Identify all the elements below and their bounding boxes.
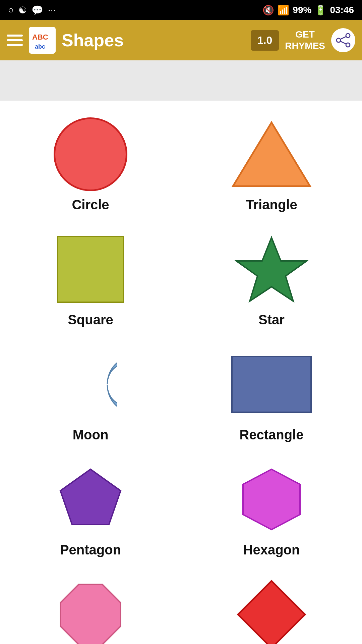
shape-cell-square[interactable]: Square bbox=[0, 222, 181, 337]
status-left-icons: ○ ☯ 💬 ··· bbox=[8, 5, 56, 16]
time-display: 03:46 bbox=[330, 5, 354, 15]
battery-icon: 🔋 bbox=[315, 5, 326, 16]
star-container bbox=[231, 232, 312, 306]
rectangle-container bbox=[231, 347, 312, 421]
notification-icon: ○ bbox=[8, 5, 14, 15]
circle-shape bbox=[54, 117, 127, 191]
octagon-container bbox=[50, 578, 131, 644]
app-title: Shapes bbox=[62, 30, 245, 50]
status-right-info: 🔇 📶 99% 🔋 03:46 bbox=[262, 5, 354, 16]
svg-text:abc: abc bbox=[35, 43, 45, 50]
shape-cell-hexagon[interactable]: Hexagon bbox=[181, 452, 362, 568]
svg-text:ABC: ABC bbox=[32, 33, 48, 41]
shape-cell-circle[interactable]: Circle bbox=[0, 107, 181, 222]
svg-marker-9 bbox=[236, 237, 307, 301]
pentagon-label: Pentagon bbox=[60, 542, 121, 557]
svg-marker-10 bbox=[60, 469, 121, 525]
rectangle-shape bbox=[231, 356, 312, 413]
diamond-shape bbox=[235, 578, 308, 644]
hexagon-container bbox=[231, 463, 312, 536]
signal-icon: 📶 bbox=[278, 5, 289, 16]
hexagon-label: Hexagon bbox=[243, 542, 300, 557]
svg-marker-11 bbox=[243, 469, 300, 530]
circle-label: Circle bbox=[72, 197, 109, 212]
rectangle-label: Rectangle bbox=[239, 427, 303, 442]
moon-container bbox=[50, 347, 131, 421]
star-shape bbox=[235, 232, 308, 306]
status-bar: ○ ☯ 💬 ··· 🔇 📶 99% 🔋 03:46 bbox=[0, 0, 362, 20]
shapes-grid: Circle Triangle Square Star bbox=[0, 101, 362, 644]
moon-shape bbox=[64, 351, 117, 418]
more-icon: ··· bbox=[48, 5, 56, 15]
moon-label: Moon bbox=[73, 427, 109, 442]
svg-line-6 bbox=[341, 37, 346, 39]
svg-marker-12 bbox=[60, 584, 121, 644]
chat-icon: 💬 bbox=[32, 5, 43, 16]
triangle-container bbox=[231, 117, 312, 191]
battery-percent: 99% bbox=[293, 5, 311, 15]
shape-cell-octagon[interactable]: Octagon bbox=[0, 568, 181, 644]
share-button[interactable] bbox=[331, 28, 355, 52]
svg-line-7 bbox=[341, 41, 346, 44]
shape-cell-triangle[interactable]: Triangle bbox=[181, 107, 362, 222]
hexagon-shape bbox=[238, 466, 305, 533]
svg-marker-13 bbox=[238, 581, 305, 644]
circle-container bbox=[50, 117, 131, 191]
pentagon-shape bbox=[57, 466, 124, 533]
shape-cell-moon[interactable]: Moon bbox=[0, 337, 181, 452]
triangle-shape bbox=[231, 117, 312, 191]
version-badge: 1.0 bbox=[251, 30, 279, 51]
shape-cell-pentagon[interactable]: Pentagon bbox=[0, 452, 181, 568]
shape-cell-rectangle[interactable]: Rectangle bbox=[181, 337, 362, 452]
svg-point-5 bbox=[337, 38, 341, 42]
mute-icon: 🔇 bbox=[262, 5, 274, 16]
app-logo: ABC abc bbox=[29, 27, 56, 54]
triangle-label: Triangle bbox=[246, 197, 297, 212]
ad-banner bbox=[0, 60, 362, 101]
sync-icon: ☯ bbox=[18, 5, 27, 16]
square-container bbox=[50, 232, 131, 306]
square-label: Square bbox=[68, 312, 113, 327]
svg-point-4 bbox=[346, 43, 350, 47]
app-bar: ABC abc Shapes 1.0 GET RHYMES bbox=[0, 20, 362, 60]
square-shape bbox=[57, 236, 124, 303]
svg-marker-8 bbox=[233, 122, 310, 186]
shape-cell-diamond[interactable]: Diamond bbox=[181, 568, 362, 644]
menu-button[interactable] bbox=[7, 35, 23, 46]
svg-point-3 bbox=[346, 34, 350, 38]
shape-cell-star[interactable]: Star bbox=[181, 222, 362, 337]
pentagon-container bbox=[50, 463, 131, 536]
star-label: Star bbox=[258, 312, 285, 327]
diamond-container bbox=[231, 578, 312, 644]
get-rhymes-button[interactable]: GET RHYMES bbox=[285, 29, 325, 51]
octagon-shape bbox=[57, 581, 124, 644]
